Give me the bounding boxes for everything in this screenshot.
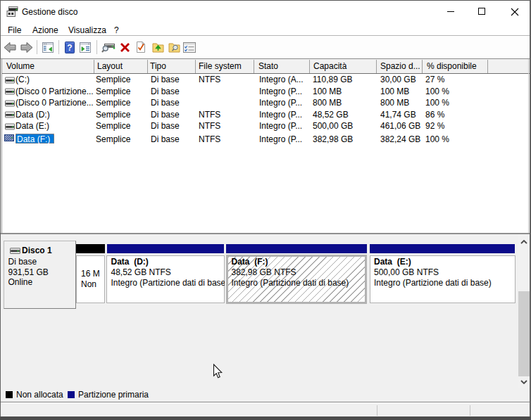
svg-text:?: ? <box>67 43 72 53</box>
